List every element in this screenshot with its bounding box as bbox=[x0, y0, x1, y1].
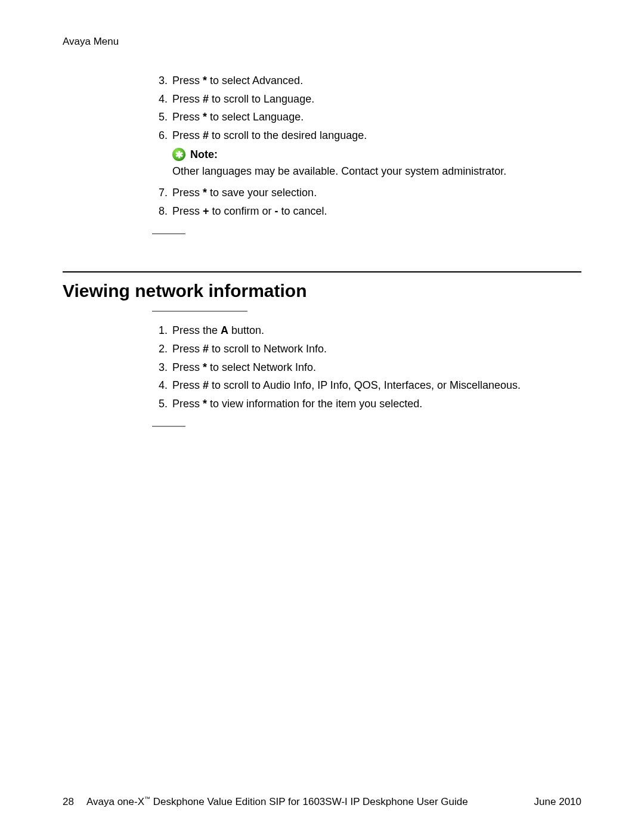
steps-block-network: 1. Press the A button. 2. Press # to scr… bbox=[152, 321, 581, 413]
footer-doc-title: Avaya one-X™ Deskphone Value Edition SIP… bbox=[86, 795, 534, 808]
note-icon: ✱ bbox=[172, 148, 185, 161]
step-number: 4. bbox=[152, 90, 168, 109]
step-item: 6. Press # to scroll to the desired lang… bbox=[152, 126, 581, 145]
step-text: Press # to scroll to Audio Info, IP Info… bbox=[172, 376, 581, 395]
step-item: 4. Press # to scroll to Audio Info, IP I… bbox=[152, 376, 581, 395]
footer-date: June 2010 bbox=[534, 796, 581, 808]
note-body: Other languages may be available. Contac… bbox=[172, 163, 581, 180]
breadcrumb: Avaya Menu bbox=[63, 36, 119, 47]
step-item: 3. Press * to select Advanced. bbox=[152, 72, 581, 90]
page-footer: 28 Avaya one-X™ Deskphone Value Edition … bbox=[63, 795, 581, 808]
step-text: Press the A button. bbox=[172, 321, 581, 340]
key-symbol: * bbox=[203, 398, 207, 410]
step-number: 8. bbox=[152, 202, 168, 221]
key-symbol: * bbox=[203, 111, 207, 123]
step-text: Press * to select Advanced. bbox=[172, 72, 581, 90]
key-symbol: # bbox=[203, 379, 209, 391]
step-item: 5. Press * to view information for the i… bbox=[152, 395, 581, 413]
key-symbol: # bbox=[203, 129, 209, 141]
step-item: 7. Press * to save your selection. bbox=[152, 184, 581, 202]
step-text: Press * to select Language. bbox=[172, 108, 581, 126]
section-divider bbox=[63, 271, 581, 272]
page-number: 28 bbox=[63, 796, 86, 808]
key-symbol: * bbox=[203, 361, 207, 373]
steps-block-language: 3. Press * to select Advanced. 4. Press … bbox=[152, 72, 581, 144]
document-page: Avaya Menu 3. Press * to select Advanced… bbox=[0, 0, 644, 833]
step-text: Press * to save your selection. bbox=[172, 184, 581, 202]
step-text: Press * to view information for the item… bbox=[172, 395, 581, 413]
section-end-rule bbox=[152, 426, 185, 427]
step-item: 1. Press the A button. bbox=[152, 321, 581, 340]
key-symbol: # bbox=[203, 343, 209, 355]
step-number: 1. bbox=[152, 321, 168, 340]
step-text: Press # to scroll to the desired languag… bbox=[172, 126, 581, 145]
steps-block-language-cont: 7. Press * to save your selection. 8. Pr… bbox=[152, 184, 581, 220]
step-number: 6. bbox=[152, 126, 168, 145]
step-item: 4. Press # to scroll to Language. bbox=[152, 90, 581, 109]
key-symbol: # bbox=[203, 93, 209, 105]
step-number: 2. bbox=[152, 340, 168, 358]
trademark-symbol: ™ bbox=[144, 795, 150, 802]
step-number: 5. bbox=[152, 108, 168, 126]
step-text: Press * to select Network Info. bbox=[172, 358, 581, 377]
key-symbol: A bbox=[221, 324, 228, 336]
step-number: 4. bbox=[152, 376, 168, 395]
step-text: Press + to confirm or - to cancel. bbox=[172, 202, 581, 221]
step-text: Press # to scroll to Language. bbox=[172, 90, 581, 109]
key-symbol: + bbox=[203, 205, 209, 217]
section-end-rule bbox=[152, 233, 185, 234]
section-title: Viewing network information bbox=[63, 281, 581, 301]
step-item: 8. Press + to confirm or - to cancel. bbox=[152, 202, 581, 221]
note-heading: ✱ Note: bbox=[172, 148, 581, 161]
step-item: 2. Press # to scroll to Network Info. bbox=[152, 340, 581, 358]
step-item: 3. Press * to select Network Info. bbox=[152, 358, 581, 377]
section-start-rule bbox=[152, 311, 247, 312]
note-callout: ✱ Note: Other languages may be available… bbox=[172, 148, 581, 180]
note-label: Note: bbox=[190, 148, 218, 161]
step-number: 3. bbox=[152, 358, 168, 377]
key-symbol: * bbox=[203, 187, 207, 199]
step-item: 5. Press * to select Language. bbox=[152, 108, 581, 126]
page-header: Avaya Menu bbox=[63, 36, 581, 48]
key-symbol: * bbox=[203, 75, 207, 86]
step-text: Press # to scroll to Network Info. bbox=[172, 340, 581, 358]
step-number: 3. bbox=[152, 72, 168, 90]
step-number: 7. bbox=[152, 184, 168, 202]
step-number: 5. bbox=[152, 395, 168, 413]
